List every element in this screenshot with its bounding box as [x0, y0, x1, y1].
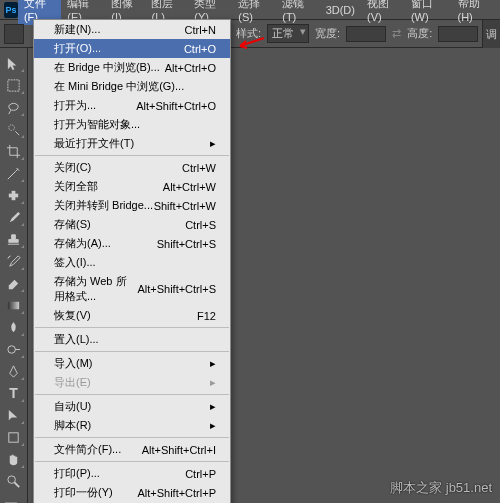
tool-preset-icon[interactable] [4, 24, 24, 44]
menu-item-label: 自动(U) [54, 399, 91, 414]
menu-item-label: 导出(E) [54, 375, 91, 390]
menu-item-label: 在 Mini Bridge 中浏览(G)... [54, 79, 184, 94]
history-brush-tool-icon[interactable] [3, 251, 25, 271]
menu-item-label: 打开为智能对象... [54, 117, 140, 132]
menu-item[interactable]: 关闭全部Alt+Ctrl+W [34, 177, 230, 196]
quick-select-tool-icon[interactable] [3, 119, 25, 139]
move-tool-icon[interactable] [3, 53, 25, 73]
marquee-tool-icon[interactable] [3, 75, 25, 95]
menu-item[interactable]: 存储为 Web 所用格式...Alt+Shift+Ctrl+S [34, 272, 230, 306]
svg-rect-0 [8, 79, 19, 90]
menu-item[interactable]: 恢复(V)F12 [34, 306, 230, 325]
menu-item-label: 文件简介(F)... [54, 442, 121, 457]
menu-item-label: 关闭(C) [54, 160, 91, 175]
dodge-tool-icon[interactable] [3, 339, 25, 359]
height-label: 高度: [407, 26, 432, 41]
ps-logo-icon: Ps [4, 2, 18, 18]
menu-separator [35, 351, 229, 352]
gradient-tool-icon[interactable] [3, 295, 25, 315]
annotation-arrow-icon [236, 36, 266, 54]
menu-item-label: 存储为(A)... [54, 236, 111, 251]
menu-separator [35, 461, 229, 462]
svg-rect-3 [12, 190, 16, 199]
menu-item-label: 打印(P)... [54, 466, 100, 481]
menu-item[interactable]: 关闭并转到 Bridge...Shift+Ctrl+W [34, 196, 230, 215]
menu-item[interactable]: 打印(P)...Ctrl+P [34, 464, 230, 483]
menu-item[interactable]: 置入(L)... [34, 330, 230, 349]
menu-item[interactable]: 最近打开文件(T) [34, 134, 230, 153]
menu-item[interactable]: 存储(S)Ctrl+S [34, 215, 230, 234]
pen-tool-icon[interactable] [3, 361, 25, 381]
healing-tool-icon[interactable] [3, 185, 25, 205]
eyedropper-tool-icon[interactable] [3, 163, 25, 183]
menu-item[interactable]: 打开(O)...Ctrl+O [34, 39, 230, 58]
menu-item[interactable]: 打印一份(Y)Alt+Shift+Ctrl+P [34, 483, 230, 502]
menu-item: 导出(E) [34, 373, 230, 392]
menu-item-shortcut: Shift+Ctrl+S [157, 238, 216, 250]
file-menu-dropdown: 新建(N)...Ctrl+N打开(O)...Ctrl+O在 Bridge 中浏览… [33, 19, 231, 503]
menu-item[interactable]: 脚本(R) [34, 416, 230, 435]
path-select-tool-icon[interactable] [3, 405, 25, 425]
menu-select[interactable]: 选择(S) [232, 0, 276, 25]
menu-item-shortcut: Shift+Ctrl+W [154, 200, 216, 212]
svg-rect-6 [9, 432, 18, 441]
menu-item-shortcut: Alt+Shift+Ctrl+I [142, 444, 216, 456]
shape-tool-icon[interactable] [3, 427, 25, 447]
menu-item[interactable]: 新建(N)...Ctrl+N [34, 20, 230, 39]
menu-item-shortcut: Alt+Shift+Ctrl+O [136, 100, 216, 112]
menu-item-label: 恢复(V) [54, 308, 91, 323]
menu-item[interactable]: 文件简介(F)...Alt+Shift+Ctrl+I [34, 440, 230, 459]
svg-point-5 [8, 345, 16, 353]
menu-item-shortcut: Ctrl+S [185, 219, 216, 231]
menu-item-label: 打开(O)... [54, 41, 101, 56]
menu-item-shortcut: Alt+Ctrl+O [165, 62, 216, 74]
height-input[interactable] [438, 26, 478, 42]
toolbar: T [0, 48, 28, 503]
menu-separator [35, 394, 229, 395]
menu-item[interactable]: 存储为(A)...Shift+Ctrl+S [34, 234, 230, 253]
menu-item-shortcut: Ctrl+W [182, 162, 216, 174]
menu-item-label: 存储为 Web 所用格式... [54, 274, 137, 304]
brush-tool-icon[interactable] [3, 207, 25, 227]
menu-item-shortcut: Alt+Shift+Ctrl+P [137, 487, 216, 499]
menu-item-shortcut: Alt+Shift+Ctrl+S [137, 283, 216, 295]
menu-separator [35, 155, 229, 156]
hand-tool-icon[interactable] [3, 449, 25, 469]
watermark-text: 脚本之家 jb51.net [390, 479, 492, 497]
menu-item-label: 脚本(R) [54, 418, 91, 433]
adjust-edge-button[interactable]: 调 [482, 20, 500, 48]
menu-separator [35, 327, 229, 328]
width-input[interactable] [346, 26, 386, 42]
menu-item-label: 打印一份(Y) [54, 485, 113, 500]
style-select[interactable]: 正常 [267, 24, 309, 43]
type-tool-icon[interactable]: T [3, 383, 25, 403]
crop-tool-icon[interactable] [3, 141, 25, 161]
menu-item[interactable]: 打开为...Alt+Shift+Ctrl+O [34, 96, 230, 115]
zoom-tool-icon[interactable] [3, 471, 25, 491]
menu-item[interactable]: 打开为智能对象... [34, 115, 230, 134]
lasso-tool-icon[interactable] [3, 97, 25, 117]
menu-window[interactable]: 窗口(W) [405, 0, 452, 25]
menu-item[interactable]: 关闭(C)Ctrl+W [34, 158, 230, 177]
menu-item[interactable]: 自动(U) [34, 397, 230, 416]
stamp-tool-icon[interactable] [3, 229, 25, 249]
swap-icon[interactable]: ⇄ [392, 27, 401, 40]
menu-item[interactable]: 在 Mini Bridge 中浏览(G)... [34, 77, 230, 96]
menu-filter[interactable]: 滤镜(T) [276, 0, 319, 25]
menu-item-shortcut: Ctrl+O [184, 43, 216, 55]
menu-item-shortcut: Ctrl+N [185, 24, 216, 36]
menu-item-label: 存储(S) [54, 217, 91, 232]
menu-item-label: 在 Bridge 中浏览(B)... [54, 60, 160, 75]
menu-item-label: 导入(M) [54, 356, 93, 371]
menu-item[interactable]: 在 Bridge 中浏览(B)...Alt+Ctrl+O [34, 58, 230, 77]
menu-item-label: 关闭并转到 Bridge... [54, 198, 153, 213]
menu-item-shortcut: Alt+Ctrl+W [163, 181, 216, 193]
menu-view[interactable]: 视图(V) [361, 0, 405, 25]
blur-tool-icon[interactable] [3, 317, 25, 337]
menu-item-shortcut: F12 [197, 310, 216, 322]
menu-item[interactable]: 签入(I)... [34, 253, 230, 272]
menu-3d[interactable]: 3D(D) [320, 2, 361, 18]
menu-item-shortcut: Ctrl+P [185, 468, 216, 480]
eraser-tool-icon[interactable] [3, 273, 25, 293]
menu-item[interactable]: 导入(M) [34, 354, 230, 373]
